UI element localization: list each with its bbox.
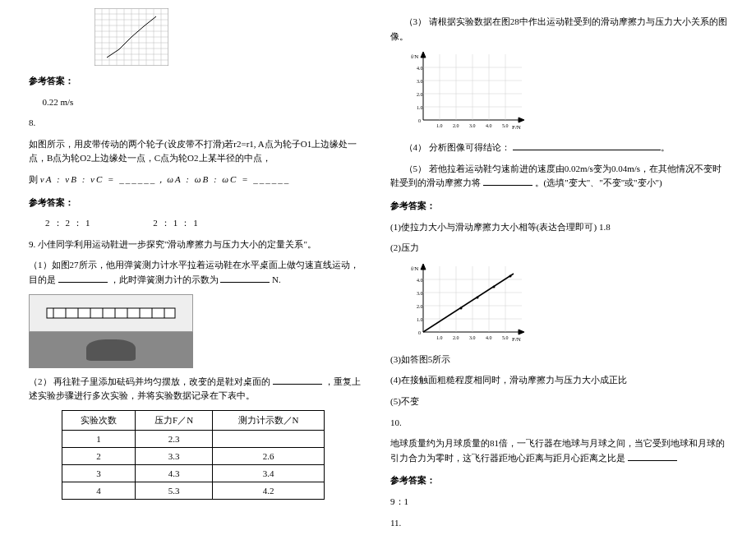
ans-5: (5)不变 xyxy=(390,394,727,409)
table-row: 45.34.2 xyxy=(62,482,325,499)
svg-text:2.0: 2.0 xyxy=(417,92,423,97)
svg-text:3.0: 3.0 xyxy=(469,335,476,340)
svg-text:4.0: 4.0 xyxy=(417,278,423,283)
svg-text:4.0: 4.0 xyxy=(486,123,492,128)
svg-text:1.0: 1.0 xyxy=(436,123,443,128)
cell xyxy=(213,430,325,447)
q9-p4-text: （4） 分析图像可得结论： xyxy=(404,142,510,152)
th-trial: 实验次数 xyxy=(62,410,136,430)
q8-formula-body: νA : νB : νC = ______，ωA : ωB : ωC = ___… xyxy=(40,174,291,184)
cell: 1 xyxy=(62,430,136,447)
svg-text:5.0: 5.0 xyxy=(502,335,509,340)
q9-p1-c: N. xyxy=(272,274,281,284)
svg-text:F/N: F/N xyxy=(512,124,521,131)
answer-label-7: 参考答案： xyxy=(29,74,366,89)
blank xyxy=(220,273,270,283)
grid-figure xyxy=(94,8,168,66)
svg-point-72 xyxy=(509,274,512,277)
q9-text: 9. 小佳同学利用运动鞋进一步探究"滑动摩擦力与压力大小的定量关系"。 xyxy=(29,238,366,252)
q8-ans1: 2：2：1 xyxy=(45,218,94,228)
right-column: （3） 请根据实验数据在图28中作出运动鞋受到的滑动摩擦力与压力大小关系的图像。… xyxy=(378,8,740,527)
blank xyxy=(628,451,677,461)
svg-marker-57 xyxy=(421,264,426,270)
q9-p5-b: 。(选填"变大"、"不变"或"变小") xyxy=(535,178,662,187)
svg-point-69 xyxy=(460,307,463,309)
svg-text:4.0: 4.0 xyxy=(417,66,423,71)
q9-p2-a: （2） 再往鞋子里添加砝码并均匀摆放，改变的是鞋对桌面的 xyxy=(29,376,270,386)
svg-text:f/N: f/N xyxy=(411,265,418,272)
answer-label-10: 参考答案： xyxy=(390,473,727,488)
cell: 2 xyxy=(62,447,136,464)
ans-3: (3)如答图5所示 xyxy=(390,353,727,367)
svg-text:F/N: F/N xyxy=(512,336,521,343)
answer-label-8: 参考答案： xyxy=(29,196,366,210)
cell: 4 xyxy=(62,482,136,499)
q11-number: 11. xyxy=(390,516,727,531)
q9-p4: （4） 分析图像可得结论： 。 xyxy=(390,141,727,155)
svg-point-70 xyxy=(477,296,479,298)
q9-p5: （5） 若他拉着运动鞋匀速前进的速度由0.02m/s变为0.04m/s，在其他情… xyxy=(390,162,727,191)
q8-ans2: 2：1：1 xyxy=(153,218,201,228)
svg-point-71 xyxy=(493,285,496,288)
svg-text:0: 0 xyxy=(418,118,421,123)
q9-p2: （2） 再往鞋子里添加砝码并均匀摆放，改变的是鞋对桌面的 ，重复上述实验步骤进行… xyxy=(29,375,366,404)
blank xyxy=(273,375,322,385)
q8-text: 如图所示，用皮带传动的两个轮子(设皮带不打滑)若r2=r1, A点为轮子O1上边… xyxy=(29,137,366,166)
cell: 2.6 xyxy=(213,447,325,464)
q8-formula: 则 νA : νB : νC = ______，ωA : ωB : ωC = _… xyxy=(29,173,366,187)
cell: 4.3 xyxy=(136,464,213,482)
svg-marker-33 xyxy=(519,118,524,122)
svg-marker-32 xyxy=(421,52,426,58)
th-reading: 测力计示数／N xyxy=(213,410,325,430)
answer-label-9: 参考答案： xyxy=(390,199,727,214)
cell: 3 xyxy=(62,464,136,482)
svg-text:1.0: 1.0 xyxy=(417,105,423,110)
chart-fig5: f/N F/N 0 1.02.0 3.04.0 1.02.0 3.04.0 5.… xyxy=(407,262,727,346)
svg-text:2.0: 2.0 xyxy=(453,123,459,128)
q8-formula-prefix: 则 xyxy=(29,174,38,184)
svg-text:3.0: 3.0 xyxy=(417,79,423,84)
blank xyxy=(513,141,661,150)
svg-text:1.0: 1.0 xyxy=(417,317,423,322)
experiment-table: 实验次数 压力F／N 测力计示数／N 12.3 23.32.6 34.33.4 … xyxy=(62,410,325,500)
ans-4: (4)在接触面粗糙程度相同时，滑动摩擦力与压力大小成正比 xyxy=(390,373,727,388)
cell: 5.3 xyxy=(136,482,213,499)
q10-text: 地球质量约为月球质量的81倍，一飞行器在地球与月球之间，当它受到地球和月球的引力… xyxy=(390,436,727,465)
chart-fig28: f/N F/N 0 1.02.0 3.04.0 1.02.0 3.04.0 5.… xyxy=(407,50,727,134)
svg-text:f/N: f/N xyxy=(411,53,418,60)
spring-scale-ruler xyxy=(29,294,193,332)
svg-text:4.0: 4.0 xyxy=(486,335,492,340)
svg-marker-58 xyxy=(519,330,524,334)
svg-text:5.0: 5.0 xyxy=(502,123,509,128)
q8-number: 8. xyxy=(29,116,366,131)
cell: 2.3 xyxy=(136,430,213,447)
q9-p3: （3） 请根据实验数据在图28中作出运动鞋受到的滑动摩擦力与压力大小关系的图像。 xyxy=(390,15,727,44)
table-header-row: 实验次数 压力F／N 测力计示数／N xyxy=(62,410,325,430)
spring-scale-shoe xyxy=(29,332,193,368)
blank xyxy=(483,176,532,186)
ans-1: (1)使拉力大小与滑动摩擦力大小相等(表达合理即可) 1.8 xyxy=(390,220,727,235)
svg-text:3.0: 3.0 xyxy=(469,123,476,128)
cell: 4.2 xyxy=(213,482,325,499)
cell: 3.3 xyxy=(136,447,213,464)
table-row: 12.3 xyxy=(62,430,325,447)
svg-text:3.0: 3.0 xyxy=(417,291,423,296)
answer-7: 0.22 m/s xyxy=(29,95,366,110)
svg-line-68 xyxy=(423,274,514,332)
svg-text:2.0: 2.0 xyxy=(417,304,423,309)
blank xyxy=(58,273,108,283)
table-row: 34.33.4 xyxy=(62,464,325,482)
q10-number: 10. xyxy=(390,416,727,431)
q10-answer: 9：1 xyxy=(390,495,727,510)
spring-scale-figure xyxy=(29,294,193,368)
ans-2: (2)压力 xyxy=(390,241,727,256)
left-column: 参考答案： 0.22 m/s 8. 如图所示，用皮带传动的两个轮子(设皮带不打滑… xyxy=(16,8,378,527)
th-force: 压力F／N xyxy=(136,410,213,430)
svg-text:2.0: 2.0 xyxy=(453,335,459,340)
table-row: 23.32.6 xyxy=(62,447,325,464)
svg-text:1.0: 1.0 xyxy=(436,335,443,340)
q8-answer-row: 2：2：1 2：1：1 xyxy=(29,216,366,231)
svg-text:0: 0 xyxy=(418,330,421,335)
q9-p1-b: ，此时弹簧测力计的示数为 xyxy=(110,274,219,284)
cell: 3.4 xyxy=(213,464,325,482)
